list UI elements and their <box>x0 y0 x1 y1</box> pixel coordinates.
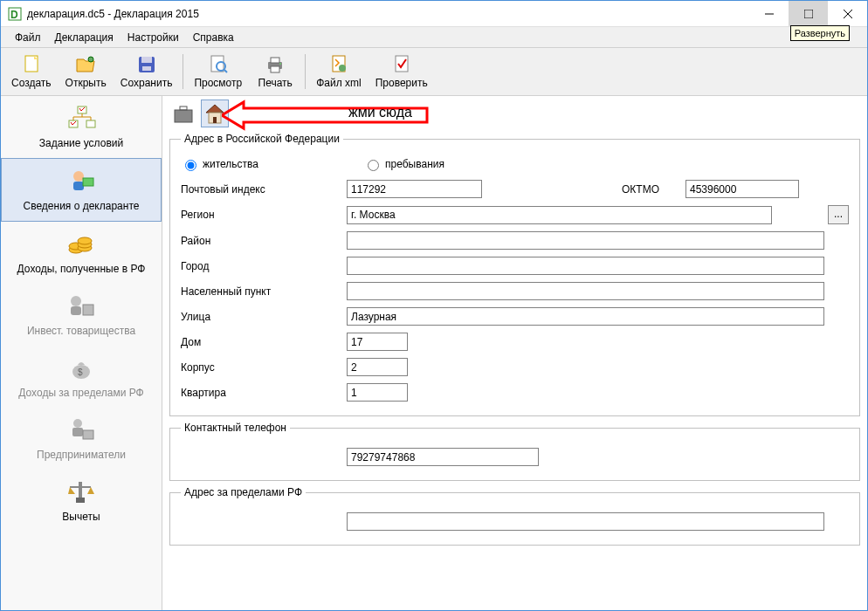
radio-residence-input[interactable] <box>185 160 196 171</box>
sidebar-item-conditions[interactable]: Задание условий <box>1 96 162 158</box>
address-rf-fieldset: Адрес в Российской Федерации жительства … <box>169 133 860 416</box>
svg-rect-45 <box>83 430 93 439</box>
street-input[interactable] <box>347 307 824 326</box>
locality-input[interactable] <box>347 282 824 300</box>
building-input[interactable] <box>347 358 408 376</box>
oktmo-label: ОКТМО <box>622 183 659 196</box>
svg-rect-48 <box>76 498 85 503</box>
tab-address[interactable] <box>201 100 229 127</box>
menu-declaration[interactable]: Декларация <box>48 29 121 46</box>
svg-text:$: $ <box>78 367 83 377</box>
svg-rect-31 <box>73 182 84 190</box>
svg-rect-3 <box>804 10 813 18</box>
svg-rect-32 <box>83 178 93 186</box>
menu-help[interactable]: Справка <box>186 29 241 46</box>
address-foreign-legend: Адрес за пределами РФ <box>181 486 306 498</box>
create-button[interactable]: Создать <box>4 51 59 92</box>
svg-rect-44 <box>72 428 83 436</box>
file-xml-icon <box>328 54 349 75</box>
flat-input[interactable] <box>347 383 408 402</box>
svg-marker-54 <box>222 102 427 128</box>
svg-rect-17 <box>271 58 279 63</box>
check-button[interactable]: Проверить <box>369 51 435 92</box>
sidebar: Задание условий Сведения о декларанте До… <box>1 96 162 610</box>
app-icon: D <box>8 7 22 21</box>
locality-label: Населенный пункт <box>181 285 347 298</box>
sidebar-item-income-foreign[interactable]: $ Доходы за пределами РФ <box>1 346 162 408</box>
menu-file[interactable]: Файл <box>8 29 48 46</box>
tree-icon <box>65 105 97 134</box>
save-button[interactable]: Сохранить <box>114 51 180 92</box>
sidebar-item-income-rf[interactable]: Доходы, полученные в РФ <box>1 222 162 284</box>
scale-icon <box>65 478 97 507</box>
sidebar-item-entrepreneurs[interactable]: Предприниматели <box>1 408 162 470</box>
svg-rect-12 <box>142 66 151 71</box>
radio-residence[interactable]: жительства <box>181 157 258 171</box>
city-label: Город <box>181 260 347 272</box>
preview-button[interactable]: Просмотр <box>187 51 249 92</box>
phone-input[interactable] <box>347 448 539 466</box>
svg-rect-39 <box>71 306 81 315</box>
invest-icon <box>65 292 97 321</box>
svg-rect-53 <box>213 117 217 123</box>
money-bag-icon: $ <box>65 354 97 383</box>
svg-rect-22 <box>396 56 408 72</box>
tab-row: жми сюда <box>169 100 860 127</box>
save-icon <box>136 54 157 75</box>
close-button[interactable] <box>828 1 867 26</box>
xml-button[interactable]: Файл xml <box>309 51 369 92</box>
svg-rect-40 <box>83 305 93 315</box>
maximize-tooltip: Развернуть <box>790 25 850 41</box>
svg-rect-11 <box>141 57 152 63</box>
tab-personal[interactable] <box>169 100 197 127</box>
svg-rect-25 <box>86 120 95 127</box>
region-picker-button[interactable]: ... <box>828 205 849 224</box>
sidebar-item-declarant[interactable]: Сведения о декларанте <box>1 158 162 222</box>
check-icon <box>391 54 412 75</box>
folder-open-icon <box>75 54 96 75</box>
sidebar-item-deductions[interactable]: Вычеты <box>1 470 162 532</box>
briefcase-icon <box>171 101 196 126</box>
maximize-button[interactable] <box>789 1 828 26</box>
menu-settings[interactable]: Настройки <box>121 29 186 46</box>
print-button[interactable]: Печать <box>249 51 301 92</box>
postal-input[interactable] <box>347 180 482 198</box>
coins-icon <box>65 230 97 259</box>
menu-bar: Файл Декларация Настройки Справка <box>1 27 867 48</box>
radio-stay-input[interactable] <box>368 160 379 171</box>
toolbar-separator <box>183 54 183 89</box>
body: Задание условий Сведения о декларанте До… <box>1 96 867 610</box>
briefcase-person-icon <box>65 416 97 445</box>
person-icon <box>65 168 97 196</box>
minimize-button[interactable] <box>749 1 789 26</box>
window-title: декларация.dc5 - Декларация 2015 <box>27 8 749 20</box>
svg-rect-18 <box>271 66 279 72</box>
phone-legend: Контактный телефон <box>181 422 290 434</box>
district-label: Район <box>181 235 347 247</box>
radio-stay[interactable]: пребывания <box>363 157 444 171</box>
sidebar-item-invest[interactable]: Инвест. товарищества <box>1 284 162 346</box>
svg-point-19 <box>279 63 281 65</box>
address-rf-legend: Адрес в Российской Федерации <box>181 133 343 145</box>
window-controls <box>749 1 867 26</box>
svg-point-43 <box>73 419 82 428</box>
city-input[interactable] <box>347 257 824 275</box>
oktmo-input[interactable] <box>685 180 799 198</box>
house-input[interactable] <box>347 333 408 351</box>
foreign-address-input[interactable] <box>347 512 824 531</box>
svg-rect-49 <box>175 110 192 122</box>
preview-icon <box>208 54 229 75</box>
app-window: D декларация.dc5 - Декларация 2015 Разве… <box>0 0 868 611</box>
phone-fieldset: Контактный телефон <box>169 422 860 481</box>
toolbar-separator <box>305 54 306 89</box>
svg-rect-46 <box>79 482 82 499</box>
open-button[interactable]: Открыть <box>59 51 114 92</box>
house-label: Дом <box>181 336 347 348</box>
building-label: Корпус <box>181 361 347 374</box>
svg-point-37 <box>78 237 92 244</box>
annotation-arrow: жми сюда <box>222 100 431 131</box>
region-input[interactable] <box>347 206 772 224</box>
svg-point-9 <box>88 57 93 62</box>
district-input[interactable] <box>347 231 824 250</box>
printer-icon <box>265 54 286 75</box>
